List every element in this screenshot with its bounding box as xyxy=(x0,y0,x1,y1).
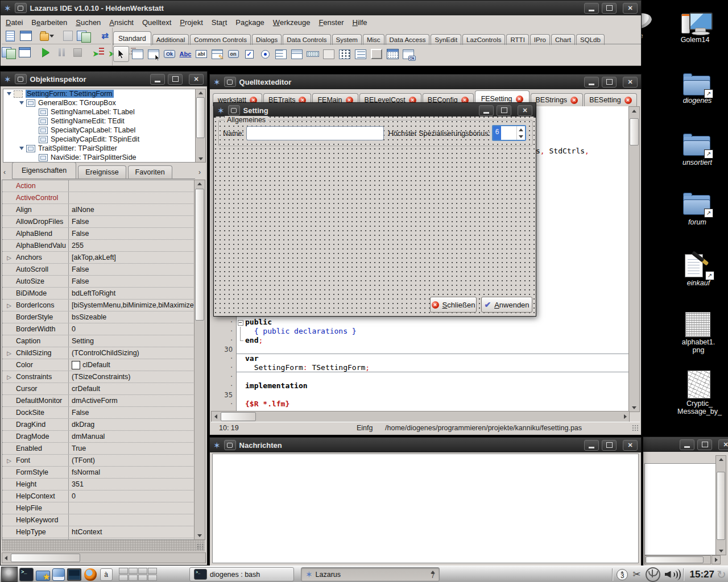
property-value[interactable]: False xyxy=(69,277,195,285)
code-line[interactable]: 30 xyxy=(211,345,628,354)
component-label-icon[interactable]: Abc xyxy=(178,47,193,61)
tree-item[interactable]: NaviSide: TPairSplitterSide xyxy=(3,153,196,162)
menu-bearbeiten[interactable]: Bearbeiten xyxy=(31,18,67,27)
menu-quelltext[interactable]: Quelltext xyxy=(142,18,171,27)
property-row[interactable]: DragKinddkDrag xyxy=(2,419,195,431)
code-line[interactable]: ·implementation xyxy=(211,381,628,390)
expand-icon[interactable]: ▷ xyxy=(2,458,16,464)
close-button[interactable]: ✕ xyxy=(189,74,204,85)
minimize-button[interactable] xyxy=(584,440,599,451)
workspace-cell[interactable] xyxy=(119,568,128,574)
property-row[interactable]: Height351 xyxy=(2,479,195,490)
expand-arrow-icon[interactable] xyxy=(19,147,24,150)
task-diogenes-bash[interactable]: >_diogenes : bash xyxy=(189,567,294,581)
code-line[interactable]: ·public xyxy=(211,318,628,327)
horizontal-scrollbar[interactable] xyxy=(644,555,711,564)
usb-icon[interactable] xyxy=(646,567,660,582)
component-scrollbar-icon[interactable] xyxy=(305,47,320,61)
property-row[interactable]: FormStylefsNormal xyxy=(2,467,195,479)
task-lazarus[interactable]: ✶Lazarus7 xyxy=(301,567,440,581)
property-value[interactable]: htContext xyxy=(69,528,195,536)
component-checkbox-icon[interactable]: ✓ xyxy=(242,47,257,61)
fold-marker[interactable] xyxy=(236,318,245,327)
new-form-button[interactable] xyxy=(2,45,16,59)
form-designer-window[interactable]: ✶Setting✕ Allgemeines Name: Höchster Spe… xyxy=(213,102,536,317)
tab-eigenschaften[interactable]: Eigenschaften xyxy=(12,162,76,178)
code-line[interactable]: · SettingForm: TSettingForm; xyxy=(211,363,628,372)
property-row[interactable]: EnabledTrue xyxy=(2,443,195,455)
window-count[interactable]: 7 xyxy=(431,571,435,579)
window-menu-button[interactable] xyxy=(224,77,236,87)
menu-werkzeuge[interactable]: Werkzeuge xyxy=(273,18,311,27)
name-input[interactable] xyxy=(246,126,384,140)
session-icon[interactable]: ↻ xyxy=(717,568,728,581)
menu-package[interactable]: Package xyxy=(235,18,264,27)
component-listbox-icon[interactable] xyxy=(274,47,288,61)
workspace-cell[interactable] xyxy=(129,568,138,574)
component-tree[interactable]: SettingForm: TSettingFormGeneralBox: TGr… xyxy=(3,89,196,163)
volume-icon[interactable] xyxy=(665,569,680,580)
new-unit-button[interactable] xyxy=(3,29,17,43)
tree-item[interactable]: SettingNameEdit: TEdit xyxy=(3,117,196,126)
component-panel-icon[interactable] xyxy=(369,47,384,61)
expand-icon[interactable]: ▷ xyxy=(2,350,16,356)
component-radio-group-icon[interactable] xyxy=(337,47,352,61)
workspace-cell[interactable] xyxy=(138,575,147,581)
property-value[interactable]: False xyxy=(69,230,195,238)
expand-arrow-icon[interactable] xyxy=(7,92,11,95)
save-all-button[interactable] xyxy=(77,29,91,43)
code-line[interactable]: ·{$R *.lfm} xyxy=(211,400,628,409)
property-value[interactable]: 0 xyxy=(69,492,195,500)
property-value[interactable]: (TFont) xyxy=(69,456,195,464)
minimize-button[interactable] xyxy=(150,74,165,85)
menu-ansicht[interactable]: Ansicht xyxy=(109,18,134,27)
tree-item[interactable]: SpecialtyCapEdit: TSpinEdit xyxy=(3,135,196,144)
property-row[interactable]: AlphaBlendFalse xyxy=(2,228,195,240)
workspace-cell[interactable] xyxy=(148,575,157,581)
workspace-pager[interactable] xyxy=(119,568,157,581)
menu-fenster[interactable]: Fenster xyxy=(318,18,344,27)
window-menu-button[interactable] xyxy=(228,105,240,115)
expand-icon[interactable]: ▷ xyxy=(2,255,16,261)
property-row[interactable]: AlignalNone xyxy=(2,204,195,216)
tabs-scroll-right[interactable]: › xyxy=(198,168,201,176)
component-select-pointer-icon[interactable] xyxy=(113,46,129,62)
schliessen-button[interactable]: ✕Schließen xyxy=(430,297,477,313)
property-row[interactable]: Action xyxy=(2,180,195,192)
close-button[interactable]: ✕ xyxy=(718,439,728,450)
property-row[interactable]: ▷Constraints(TSizeConstraints) xyxy=(2,371,195,383)
property-row[interactable]: BiDiModebdLeftToRight xyxy=(2,288,195,300)
editor-tab-besetting[interactable]: BESetting✕ xyxy=(584,93,637,106)
minimize-button[interactable] xyxy=(680,439,694,450)
package-box-launcher-icon[interactable] xyxy=(51,567,65,581)
property-value[interactable]: 0 xyxy=(69,325,195,333)
expand-icon[interactable]: ▷ xyxy=(2,302,16,309)
property-value[interactable]: dmActiveForm xyxy=(69,397,195,405)
tab-ereignisse[interactable]: Ereignisse xyxy=(78,165,126,178)
editor-tab-bestrings[interactable]: BEStrings✕ xyxy=(531,93,584,106)
property-value[interactable]: Setting xyxy=(69,337,195,345)
property-row[interactable]: HelpFile xyxy=(2,502,195,514)
property-value[interactable]: dkDrag xyxy=(69,421,195,429)
scroll-right-button[interactable] xyxy=(712,555,721,564)
property-value[interactable]: crDefault xyxy=(69,385,195,393)
property-row[interactable]: CursorcrDefault xyxy=(2,383,195,395)
character-key-launcher-icon[interactable]: à xyxy=(99,567,113,581)
component-button-icon[interactable]: Ok xyxy=(162,47,177,61)
keyboard-layout-icon[interactable]: 3 xyxy=(617,569,628,580)
start-menu-button[interactable] xyxy=(1,567,18,582)
property-row[interactable]: HelpTypehtContext xyxy=(2,526,195,538)
tree-item[interactable]: SettingNameLabel: TLabel xyxy=(3,107,196,117)
close-tab-icon[interactable]: ✕ xyxy=(624,97,632,104)
background-window-titlebar[interactable]: ✕ xyxy=(643,437,728,452)
window-menu-button[interactable] xyxy=(15,74,27,84)
lazarus-main-window[interactable]: ✶Lazarus IDE v1.0.10 - HeldenWerkstatt✕ … xyxy=(0,0,642,65)
property-grid-scrollbar[interactable] xyxy=(194,180,205,540)
inspector-hscrollbar[interactable] xyxy=(2,552,206,563)
main-titlebar[interactable]: ✶Lazarus IDE v1.0.10 - HeldenWerkstatt✕ xyxy=(1,1,641,15)
maximize-button[interactable] xyxy=(697,439,712,450)
property-value[interactable]: 255 xyxy=(69,242,195,250)
code-line[interactable]: 35 xyxy=(211,390,628,400)
property-value[interactable]: fsNormal xyxy=(69,468,195,476)
component-groupbox-icon[interactable] xyxy=(321,47,336,61)
